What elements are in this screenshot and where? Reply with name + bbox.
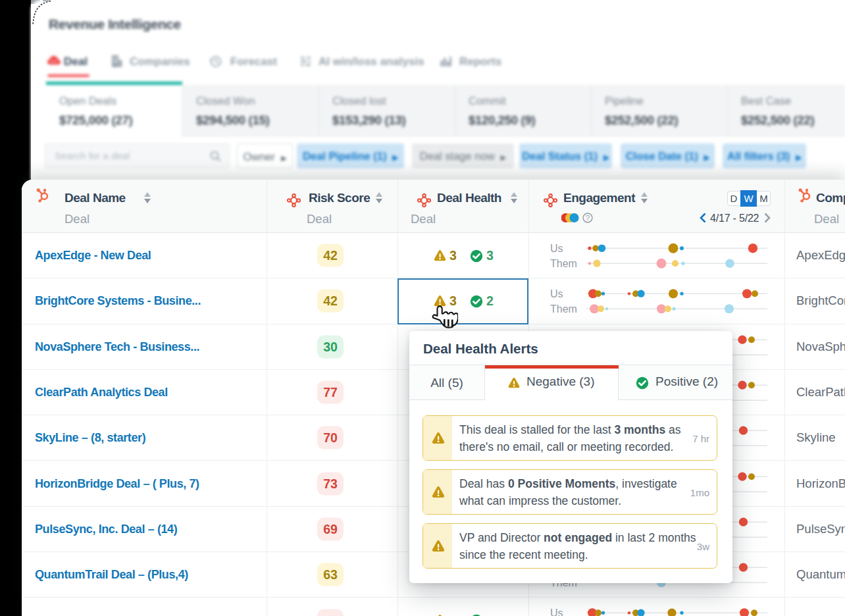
svg-text:?: ? xyxy=(586,214,590,222)
